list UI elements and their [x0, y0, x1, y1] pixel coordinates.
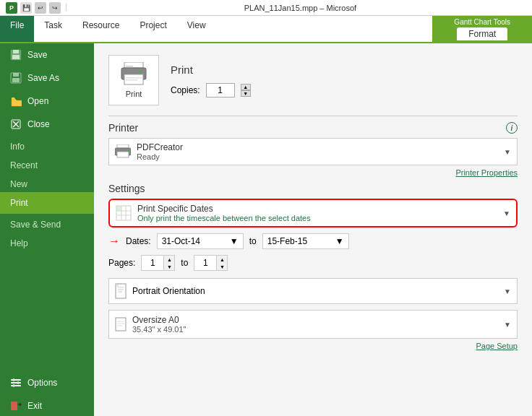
tab-project[interactable]: Project	[129, 16, 176, 42]
dates-arrow-indicator: →	[108, 235, 120, 248]
date-to-value: 15-Feb-15	[267, 236, 307, 246]
print-button-label[interactable]: Print	[126, 90, 142, 98]
print-icon-box[interactable]: Print	[108, 55, 159, 105]
printer-title: Printer	[108, 122, 138, 134]
sidebar-item-save[interactable]: Save	[0, 43, 94, 66]
sidebar-item-save-send[interactable]: Save & Send	[0, 214, 94, 233]
copies-label: Copies:	[171, 85, 200, 95]
settings-title: Settings	[108, 183, 145, 194]
sidebar-item-info[interactable]: Info	[0, 136, 94, 155]
orientation-arrow: ▼	[504, 287, 511, 295]
tab-format[interactable]: Format	[468, 29, 496, 39]
date-to-arrow: ▼	[335, 236, 344, 246]
pages-from-spinner[interactable]: ▲ ▼	[163, 256, 174, 270]
pages-from-group[interactable]: ▲ ▼	[141, 255, 175, 271]
svg-point-14	[13, 385, 15, 387]
svg-rect-1	[13, 50, 19, 53]
svg-rect-15	[11, 402, 17, 410]
pages-from-up[interactable]: ▲	[164, 256, 174, 263]
date-from-value: 31-Oct-14	[162, 236, 200, 246]
svg-rect-10	[11, 382, 21, 384]
sidebar-item-exit[interactable]: Exit	[0, 394, 94, 416]
settings-dropdown[interactable]: Print Specific Dates Only print the time…	[108, 199, 518, 228]
pages-from-down[interactable]: ▼	[164, 263, 174, 270]
copies-down[interactable]: ▼	[241, 90, 251, 97]
printer-small-icon	[115, 144, 131, 159]
paper-size-main: Oversize A0	[132, 315, 186, 325]
svg-point-12	[13, 379, 15, 381]
pages-row: Pages: ▲ ▼ to ▲ ▼	[108, 255, 518, 271]
sidebar-item-recent[interactable]: Recent	[0, 155, 94, 173]
printer-status: Ready	[137, 152, 183, 161]
options-icon	[10, 377, 22, 389]
date-to-dropdown[interactable]: 15-Feb-15 ▼	[262, 233, 349, 249]
exit-icon	[10, 400, 22, 412]
printer-icon	[120, 62, 147, 87]
pages-to-input[interactable]	[194, 256, 216, 269]
info-icon[interactable]: i	[506, 122, 518, 134]
title-bar: P 💾 ↩ ↪ | PLAN_11Jan15.mpp – Microsof	[0, 0, 532, 16]
svg-rect-16	[124, 62, 143, 68]
pages-to-spinner[interactable]: ▲ ▼	[216, 256, 227, 270]
svg-rect-5	[12, 78, 20, 82]
svg-point-13	[17, 382, 20, 384]
pages-to-group[interactable]: ▲ ▼	[194, 255, 228, 271]
svg-rect-23	[117, 144, 129, 148]
sidebar-item-help[interactable]: Help	[0, 233, 94, 251]
printer-section-header: Printer i	[108, 122, 518, 134]
printer-properties-link[interactable]: Printer Properties	[108, 168, 518, 177]
paper-size-arrow: ▼	[504, 321, 511, 329]
sidebar-item-print[interactable]: Print	[0, 192, 94, 214]
svg-rect-2	[12, 55, 20, 59]
printer-dropdown-arrow: ▼	[504, 148, 511, 156]
svg-rect-37	[116, 318, 126, 331]
settings-sub-text: Only print the timescale between the sel…	[137, 214, 311, 222]
open-icon	[10, 95, 22, 107]
paper-size-sub: 35.43" x 49.01"	[132, 325, 186, 334]
tab-view[interactable]: View	[177, 16, 216, 42]
dates-row: → Dates: 31-Oct-14 ▼ to 15-Feb-15 ▼	[108, 233, 518, 249]
orientation-label: Portrait Orientation	[132, 286, 205, 296]
portrait-icon	[115, 283, 126, 299]
gantt-tools-label: Gantt Chart Tools	[454, 16, 510, 26]
printer-dropdown[interactable]: PDFCreator Ready ▼	[108, 138, 518, 165]
save-as-icon	[10, 72, 22, 84]
tab-resource[interactable]: Resource	[72, 16, 129, 42]
pages-from-input[interactable]	[142, 256, 163, 269]
sidebar-item-close[interactable]: Close	[0, 113, 94, 136]
page-setup-link[interactable]: Page Setup	[108, 342, 518, 350]
tab-task[interactable]: Task	[34, 16, 72, 42]
svg-rect-25	[117, 152, 129, 157]
sidebar-item-save-as[interactable]: Save As	[0, 66, 94, 90]
paper-size-dropdown[interactable]: Oversize A0 35.43" x 49.01" ▼	[108, 310, 518, 339]
undo-icon[interactable]: ↩	[35, 2, 46, 14]
sidebar-item-open[interactable]: Open	[0, 90, 94, 113]
quick-access-toolbar[interactable]: P 💾 ↩ ↪ |	[6, 2, 69, 14]
tab-file[interactable]: File	[0, 16, 34, 42]
settings-dropdown-arrow: ▼	[503, 209, 510, 217]
copies-spinner[interactable]: ▲ ▼	[241, 84, 251, 97]
app-icon: P	[6, 2, 17, 14]
sidebar-item-options[interactable]: Options	[0, 371, 94, 394]
svg-rect-21	[126, 77, 142, 79]
sidebar-item-new[interactable]: New	[0, 173, 94, 192]
window-title: PLAN_11Jan15.mpp – Microsof	[74, 4, 526, 12]
copies-up[interactable]: ▲	[241, 84, 251, 90]
copies-input[interactable]	[206, 83, 235, 98]
svg-rect-19	[126, 66, 133, 67]
print-title: Print	[171, 64, 251, 76]
settings-icon	[116, 205, 132, 221]
save-quick-icon[interactable]: 💾	[20, 2, 32, 14]
orientation-dropdown[interactable]: Portrait Orientation ▼	[108, 278, 518, 304]
svg-rect-9	[11, 379, 21, 381]
date-from-dropdown[interactable]: 31-Oct-14 ▼	[157, 233, 244, 249]
pages-to-up[interactable]: ▲	[217, 256, 227, 263]
pages-to-label: to	[181, 258, 188, 268]
redo-icon[interactable]: ↪	[49, 2, 61, 14]
svg-rect-4	[13, 73, 19, 77]
pages-label: Pages:	[108, 258, 135, 268]
svg-rect-32	[116, 206, 121, 211]
svg-rect-11	[11, 385, 21, 386]
main-content: Print Print Copies: ▲ ▼ Printer i	[94, 43, 532, 416]
pages-to-down[interactable]: ▼	[217, 263, 227, 270]
